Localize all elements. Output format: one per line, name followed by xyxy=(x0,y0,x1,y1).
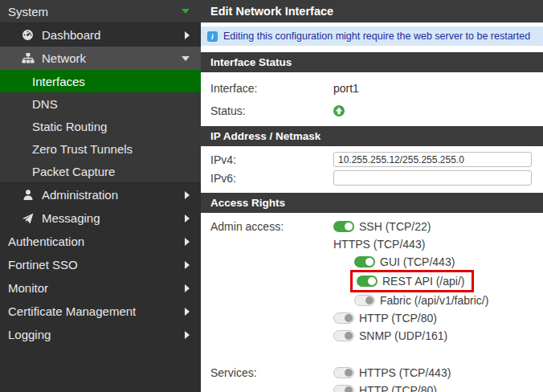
chevron-right-icon xyxy=(185,284,190,292)
chevron-right-icon xyxy=(185,31,190,39)
sidebar-item-label: Network xyxy=(42,51,182,65)
chevron-right-icon xyxy=(185,308,190,316)
sidebar-item-zero-trust-tunnels[interactable]: Zero Trust Tunnels xyxy=(0,137,201,160)
admin-access-row: Admin access: SSH (TCP/22) HTTPS (TCP/44… xyxy=(201,213,543,345)
toggle-row-fabric: Fabric (/api/v1/fabric/) xyxy=(333,292,488,309)
toggle-label: HTTPS (TCP/443) xyxy=(359,366,451,379)
interface-row: Interface: port1 xyxy=(201,77,543,100)
section-header-ip-address: IP Address / Netmask xyxy=(201,126,543,146)
toggle-label: SSH (TCP/22) xyxy=(359,220,431,233)
toggle-label: SNMP (UDP/161) xyxy=(359,329,447,342)
snmp-toggle[interactable] xyxy=(333,330,354,341)
toggle-label: GUI (TCP/443) xyxy=(380,255,455,268)
sidebar-group-label: System xyxy=(8,5,182,18)
app-window: System Dashboard Network Interfaces DNS xyxy=(0,0,543,392)
sidebar-group-label: Authentication xyxy=(8,235,185,248)
ssh-toggle[interactable] xyxy=(333,221,354,232)
services-label: Services: xyxy=(201,364,333,392)
toggle-label: REST API (/api/) xyxy=(382,275,464,288)
http-toggle[interactable] xyxy=(333,312,354,324)
toggle-row-services-http: HTTP (TCP/80) xyxy=(333,382,451,392)
sidebar-item-label: Static Routing xyxy=(32,120,107,133)
status-up-icon xyxy=(333,105,345,116)
toggle-row-snmp: SNMP (UDP/161) xyxy=(333,327,488,345)
sidebar-item-dns[interactable]: DNS xyxy=(0,92,201,115)
ipv6-label: IPv6: xyxy=(201,172,333,185)
main-content: Edit Network Interface i Editing this co… xyxy=(201,0,543,392)
info-icon: i xyxy=(207,31,218,42)
sidebar-group-label: Monitor xyxy=(8,281,185,295)
gauge-icon xyxy=(21,29,35,41)
section-header-interface-status: Interface Status xyxy=(201,52,543,72)
sidebar-item-label: Administration xyxy=(42,188,185,202)
sidebar-group-label: Fortinet SSO xyxy=(8,258,185,272)
toggle-row-https-group: HTTPS (TCP/443) xyxy=(333,235,488,253)
sidebar-item-dashboard[interactable]: Dashboard xyxy=(0,23,201,47)
sidebar-group-fortinet-sso[interactable]: Fortinet SSO xyxy=(0,253,201,276)
chevron-right-icon xyxy=(185,191,190,199)
ipv4-label: IPv4: xyxy=(201,153,333,166)
sidebar-item-label: Dashboard xyxy=(42,28,185,42)
toggle-row-http: HTTP (TCP/80) xyxy=(333,309,488,327)
toggle-label: HTTPS (TCP/443) xyxy=(333,238,425,251)
chevron-right-icon xyxy=(185,331,190,339)
ipv4-row: IPv4: xyxy=(201,150,543,169)
sidebar-item-network[interactable]: Network xyxy=(0,47,201,70)
sitemap-icon xyxy=(21,52,35,64)
rest-api-toggle[interactable] xyxy=(357,276,378,287)
sidebar-item-administration[interactable]: Administration xyxy=(0,183,201,206)
status-label: Status: xyxy=(201,104,333,117)
sidebar-group-logging[interactable]: Logging xyxy=(0,323,201,346)
sidebar-item-static-routing[interactable]: Static Routing xyxy=(0,115,201,137)
sidebar-group-certificate-management[interactable]: Certificate Management xyxy=(0,300,201,323)
sidebar-group-label: Logging xyxy=(8,328,185,341)
section-header-access-rights: Access Rights xyxy=(201,193,543,213)
sidebar-item-label: Packet Capture xyxy=(32,165,115,178)
status-row: Status: xyxy=(201,100,543,122)
chevron-right-icon xyxy=(185,261,190,269)
info-banner: i Editing this configuration might requi… xyxy=(201,27,543,46)
services-row: Services: HTTPS (TCP/443) HTTP (TCP/80) xyxy=(201,359,543,392)
chevron-down-icon xyxy=(182,9,190,14)
info-banner-text: Editing this configuration might require… xyxy=(223,31,530,42)
toggle-label: Fabric (/api/v1/fabric/) xyxy=(380,294,488,307)
sidebar-item-interfaces[interactable]: Interfaces xyxy=(0,70,201,92)
services-https-toggle[interactable] xyxy=(333,367,354,378)
interface-value: port1 xyxy=(333,82,359,95)
ipv4-input[interactable] xyxy=(333,152,532,167)
rest-api-highlight-box: REST API (/api/) xyxy=(350,270,474,292)
toggle-label: HTTP (TCP/80) xyxy=(359,312,437,325)
services-http-toggle[interactable] xyxy=(333,385,354,392)
toggle-row-ssh: SSH (TCP/22) xyxy=(333,218,488,235)
sidebar-group-label: Certificate Management xyxy=(8,304,185,318)
sidebar-item-label: Interfaces xyxy=(32,75,85,88)
sidebar-group-system[interactable]: System xyxy=(0,0,201,23)
sidebar-item-messaging[interactable]: Messaging xyxy=(0,206,201,230)
user-icon xyxy=(21,189,35,201)
chevron-down-icon xyxy=(182,56,190,61)
toggle-label: HTTP (TCP/80) xyxy=(359,384,437,392)
toggle-row-rest-api: REST API (/api/) xyxy=(354,272,464,290)
toggle-row-services-https: HTTPS (TCP/443) xyxy=(333,364,451,382)
sidebar: System Dashboard Network Interfaces DNS xyxy=(0,0,201,392)
fabric-toggle[interactable] xyxy=(354,295,375,306)
toggle-row-gui: GUI (TCP/443) xyxy=(333,253,488,271)
network-submenu: Interfaces DNS Static Routing Zero Trust… xyxy=(0,70,201,183)
gui-toggle[interactable] xyxy=(354,256,375,267)
ipv6-input[interactable] xyxy=(333,170,532,186)
admin-access-label: Admin access: xyxy=(201,218,333,345)
chevron-right-icon xyxy=(185,238,190,246)
sidebar-item-label: Messaging xyxy=(42,211,185,225)
sidebar-item-label: Zero Trust Tunnels xyxy=(32,142,133,156)
chevron-right-icon xyxy=(185,214,190,223)
ipv6-row: IPv6: xyxy=(201,169,543,187)
sidebar-group-monitor[interactable]: Monitor xyxy=(0,276,201,300)
paper-plane-icon xyxy=(21,213,35,224)
sidebar-item-packet-capture[interactable]: Packet Capture xyxy=(0,160,201,182)
interface-label: Interface: xyxy=(201,82,333,95)
sidebar-item-label: DNS xyxy=(32,97,58,111)
page-title: Edit Network Interface xyxy=(201,0,543,22)
sidebar-group-authentication[interactable]: Authentication xyxy=(0,230,201,253)
